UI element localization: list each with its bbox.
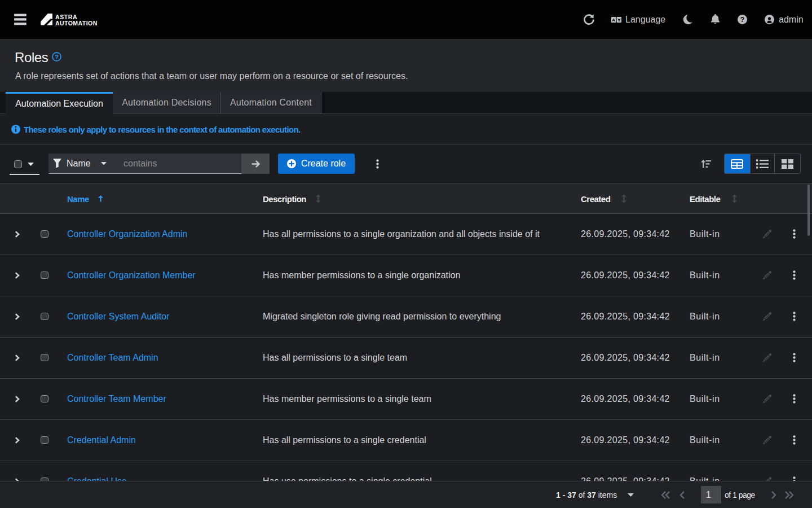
svg-text:∀: ∀: [617, 18, 620, 22]
svg-text:?: ?: [55, 54, 59, 60]
svg-text:?: ?: [740, 16, 744, 24]
svg-text:A: A: [612, 17, 615, 23]
